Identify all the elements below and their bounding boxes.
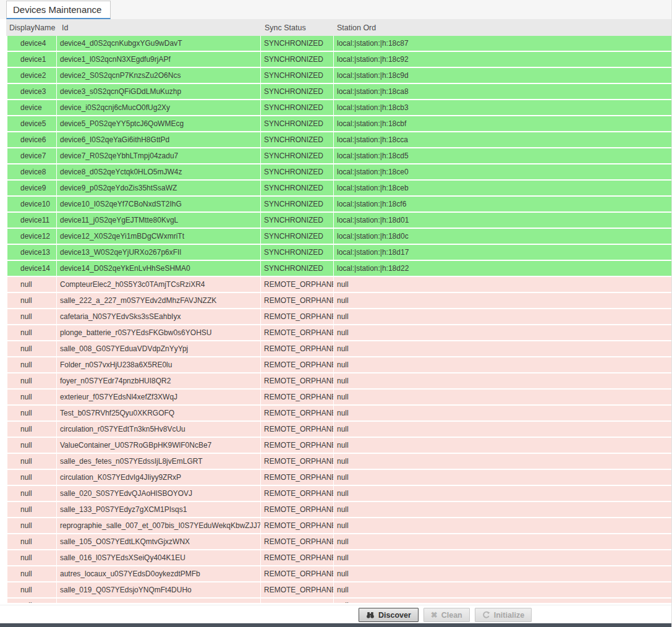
cell-sync-status: SYNCHRONIZED	[261, 116, 334, 131]
cell-display-name: device3	[7, 84, 57, 99]
table-row[interactable]: device4 device4_d0S2qcnKubgxYGu9wDavT SY…	[7, 36, 671, 51]
table-row[interactable]: null salle_des_fetes_n0S7YEdssIjL8jvEmLG…	[7, 454, 671, 469]
table-row[interactable]: null reprographie_salle_007_et_007bis_I0…	[7, 518, 671, 533]
table-row[interactable]: device3 device3_s0S2qcnQFiGDdLMuKuzhp SY…	[7, 84, 671, 99]
table-row[interactable]: null salle_016_l0S7YEdsXSeiQy404K1EU REM…	[7, 550, 671, 565]
table-row[interactable]: device12 device12_X0S2qeYi1mBDgCWxmriTt …	[7, 229, 671, 244]
table-row[interactable]: null null	[7, 599, 671, 603]
cell-station-ord: local:|station:|h:18d22	[334, 261, 671, 276]
cell-display-name: device11	[7, 213, 57, 228]
cell-display-name: device13	[7, 245, 57, 260]
cell-display-name: null	[7, 534, 57, 549]
table-row[interactable]: null foyer_n0S7YEdr74pnzbHUI8QR2 REMOTE_…	[7, 373, 671, 388]
table-row[interactable]: device device_i0S2qcnj6cMucO0fUg2Xy SYNC…	[7, 100, 671, 115]
table-row[interactable]: device1 device1_l0S2qcnN3XEgdfu9rjAPf SY…	[7, 52, 671, 67]
cell-station-ord: null	[334, 277, 671, 292]
table-row[interactable]: device10 device10_I0S2qeYf7CBoNxdST2IhG …	[7, 197, 671, 211]
table-row[interactable]: null salle_105_O0S7YEdtLKQmtvGjxzWNX REM…	[7, 534, 671, 549]
table-row[interactable]: null Test_b0S7RVhf25Qyu0XKRGOFQ REMOTE_O…	[7, 406, 671, 420]
cell-station-ord: null	[334, 325, 671, 340]
table-row[interactable]: device11 device11_j0S2qeYgEJTMtte80KvgL …	[7, 213, 671, 228]
cell-station-ord: local:|station:|h:18ceb	[334, 181, 671, 195]
table-header-row: DisplayName Id Sync Status Station Ord	[6, 19, 671, 36]
cell-sync-status: REMOTE_ORPHANED	[261, 309, 334, 324]
cell-display-name: null	[7, 470, 57, 485]
cell-station-ord: local:|station:|h:18cd5	[334, 148, 671, 163]
cell-display-name: null	[7, 566, 57, 581]
clean-button-label: Clean	[441, 611, 462, 620]
cell-id: device10_I0S2qeYf7CBoNxdST2IhG	[57, 197, 261, 211]
cell-sync-status	[261, 599, 334, 603]
cell-station-ord: local:|station:|h:18c9d	[334, 68, 671, 83]
cell-id: device_i0S2qcnj6cMucO0fUg2Xy	[57, 100, 261, 115]
table-row[interactable]: device8 device8_d0S2qeYctqk0HLO5mJW4z SY…	[7, 164, 671, 179]
table-row[interactable]: null Folder_n0S7vxHjU238a6X5RE0lu REMOTE…	[7, 357, 671, 372]
cell-sync-status: REMOTE_ORPHANED	[261, 550, 334, 565]
table-row[interactable]: null salle_019_Q0S7YEdsjoYNQmFt4DUHo REM…	[7, 582, 671, 597]
cell-display-name: null	[7, 390, 57, 404]
cell-sync-status: REMOTE_ORPHANED	[261, 534, 334, 549]
column-header-displayname[interactable]: DisplayName	[6, 23, 57, 32]
table-row[interactable]: device13 device13_W0S2qeYjURXo267p6xFIl …	[7, 245, 671, 260]
table-row[interactable]: null plonge_batterie_r0S7YEdsFKGbw0s6YOH…	[7, 325, 671, 340]
discover-button-label: Discover	[378, 611, 411, 620]
table-row[interactable]: device5 device5_P0S2qeYY5ptcJ6QoWMEcg SY…	[7, 116, 671, 131]
table-row[interactable]: null cafetaria_N0S7YEdvSks3sSEahbIyx REM…	[7, 309, 671, 324]
cell-display-name: device6	[7, 132, 57, 147]
table-row[interactable]: device9 device9_p0S2qeYdoZis35htSsaWZ SY…	[7, 181, 671, 195]
cell-id: device7_R0S2qeYbhLTmpj04zadu7	[57, 148, 261, 163]
cell-id: Test_b0S7RVhf25Qyu0XKRGOFQ	[57, 406, 261, 420]
table-row[interactable]: null salle_222_a_227_m0S7YEdv2dMhzFAVJNZ…	[7, 293, 671, 308]
cell-sync-status: REMOTE_ORPHANED	[261, 293, 334, 308]
table-row[interactable]: null circulation_K0S7YEdvIg4JIiyy9ZRxP R…	[7, 470, 671, 485]
table-row[interactable]: null salle_008_G0S7YEduaVDVdpZnYyYpj REM…	[7, 341, 671, 356]
table-row[interactable]: null salle_020_S0S7YEdvQJAoHlSBOYOVJ REM…	[7, 486, 671, 501]
cell-display-name: device10	[7, 197, 57, 211]
cell-display-name: null	[7, 486, 57, 501]
table-row[interactable]: null CompteurElec2_h0S5Y3c0TAmjTCsRziXR4…	[7, 277, 671, 292]
cell-sync-status: SYNCHRONIZED	[261, 100, 334, 115]
cell-station-ord: local:|station:|h:18ce0	[334, 164, 671, 179]
cell-display-name: device9	[7, 181, 57, 195]
discover-button[interactable]: Discover	[359, 608, 419, 622]
cell-station-ord: local:|station:|h:18cf6	[334, 197, 671, 211]
column-header-id[interactable]: Id	[57, 23, 261, 32]
cell-id: ValueContainer_U0S7RoGBpHK9WlF0NcBe7	[57, 438, 261, 453]
cell-id: device13_W0S2qeYjURXo267p6xFIl	[57, 245, 261, 260]
tab-devices-maintenance[interactable]: Devices Maintenance	[6, 1, 111, 19]
refresh-icon	[482, 611, 490, 619]
table-row[interactable]: null circulation_r0S7YEdtTn3kn5Hv8VcUu R…	[7, 422, 671, 437]
cell-sync-status: SYNCHRONIZED	[261, 213, 334, 228]
cell-station-ord: local:|station:|h:18ca8	[334, 84, 671, 99]
cell-display-name: null	[7, 518, 57, 533]
table-row[interactable]: null autres_locaux_u0S7YEdsD0oykezdtPMFb…	[7, 566, 671, 581]
cell-sync-status: SYNCHRONIZED	[261, 52, 334, 67]
table-row[interactable]: null salle_133_P0S7YEdyz7gXCM1PIsqs1 REM…	[7, 502, 671, 517]
cell-display-name: device7	[7, 148, 57, 163]
table-row[interactable]: device6 device6_I0S2qeYaGi6ithH8GttPd SY…	[7, 132, 671, 147]
column-header-station-ord[interactable]: Station Ord	[334, 23, 671, 32]
table-row[interactable]: device14 device14_D0S2qeYkEnLvHhSeSHMA0 …	[7, 261, 671, 276]
table-row[interactable]: null exterieur_f0S7YEdsNl4xefZf3XWqJ REM…	[7, 390, 671, 404]
cell-sync-status: REMOTE_ORPHANED	[261, 518, 334, 533]
cell-sync-status: REMOTE_ORPHANED	[261, 582, 334, 597]
cell-display-name: null	[7, 438, 57, 453]
cell-id: salle_020_S0S7YEdvQJAoHlSBOYOVJ	[57, 486, 261, 501]
cell-sync-status: SYNCHRONIZED	[261, 68, 334, 83]
cell-sync-status: SYNCHRONIZED	[261, 229, 334, 244]
cell-sync-status: SYNCHRONIZED	[261, 148, 334, 163]
cell-display-name: null	[7, 599, 57, 603]
cell-id: salle_008_G0S7YEduaVDVdpZnYyYpj	[57, 341, 261, 356]
clean-button[interactable]: ✖ Clean	[423, 608, 470, 622]
initialize-button[interactable]: Initialize	[475, 608, 532, 622]
cell-display-name: null	[7, 309, 57, 324]
column-header-sync-status[interactable]: Sync Status	[261, 23, 334, 32]
cell-station-ord: null	[334, 582, 671, 597]
tab-label: Devices Maintenance	[13, 4, 101, 15]
cell-station-ord: null	[334, 518, 671, 533]
table-row[interactable]: device7 device7_R0S2qeYbhLTmpj04zadu7 SY…	[7, 148, 671, 163]
table-row[interactable]: device2 device2_S0S2qcnP7KnzsZu2O6Ncs SY…	[7, 68, 671, 83]
cell-sync-status: REMOTE_ORPHANED	[261, 277, 334, 292]
initialize-button-label: Initialize	[494, 611, 524, 620]
table-row[interactable]: null ValueContainer_U0S7RoGBpHK9WlF0NcBe…	[7, 438, 671, 453]
